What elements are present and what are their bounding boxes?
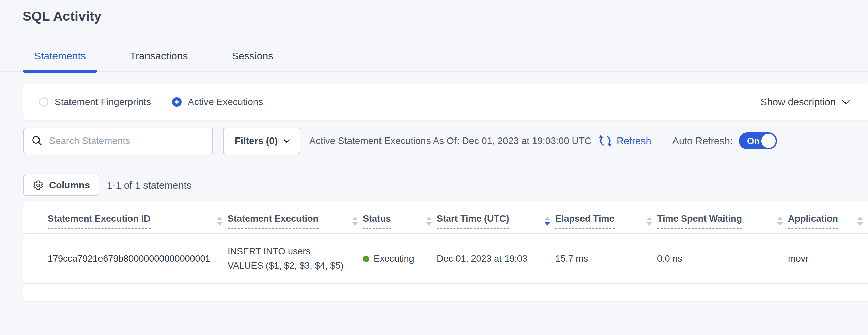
column-header-statement-execution-id[interactable]: Statement Execution ID xyxy=(48,214,228,233)
as-of-text: Active Statement Executions As Of: Dec 0… xyxy=(309,135,591,146)
search-icon xyxy=(31,135,43,147)
sort-arrows-desc-icon[interactable] xyxy=(544,217,551,226)
page-title: SQL Activity xyxy=(22,9,102,24)
table-toolbar: Columns 1-1 of 1 statements xyxy=(23,175,191,196)
sort-arrows-icon[interactable] xyxy=(426,217,432,226)
table-header-row: Statement Execution ID Statement Executi… xyxy=(23,201,868,234)
cell-execution-id[interactable]: 179cca7921e679b80000000000000001 xyxy=(48,253,228,264)
refresh-label: Refresh xyxy=(617,135,651,147)
chevron-down-icon xyxy=(283,136,290,143)
column-header-time-spent-waiting[interactable]: Time Spent Waiting xyxy=(657,214,788,233)
column-header-elapsed-time[interactable]: Elapsed Time xyxy=(555,214,657,233)
sort-arrows-icon[interactable] xyxy=(777,217,783,226)
columns-button[interactable]: Columns xyxy=(23,175,99,196)
controls-row: Filters (0) Active Statement Executions … xyxy=(23,128,868,154)
tab-transactions[interactable]: Transactions xyxy=(119,50,199,71)
auto-refresh-toggle[interactable]: On xyxy=(739,132,777,149)
radio-circle-icon[interactable] xyxy=(39,97,48,107)
show-description-toggle[interactable]: Show description xyxy=(760,84,849,120)
status-executing-dot-icon xyxy=(363,256,369,262)
cell-status: Executing xyxy=(363,253,437,264)
refresh-button[interactable]: Refresh xyxy=(598,134,651,148)
result-count: 1-1 of 1 statements xyxy=(107,180,191,191)
column-header-status[interactable]: Status xyxy=(363,214,437,233)
radio-label: Active Executions xyxy=(188,97,263,107)
sort-arrows-icon[interactable] xyxy=(217,217,223,226)
search-box[interactable] xyxy=(23,128,213,154)
filters-button[interactable]: Filters (0) xyxy=(223,128,300,154)
refresh-icon xyxy=(598,134,613,148)
statements-table-card: Statement Execution ID Statement Executi… xyxy=(23,201,868,301)
gear-icon xyxy=(33,180,44,191)
radio-circle-selected-icon[interactable] xyxy=(172,97,182,107)
cell-time-spent-waiting: 0.0 ns xyxy=(657,253,788,264)
column-header-application[interactable]: Application xyxy=(788,214,868,233)
toggle-state-label: On xyxy=(747,136,759,146)
chevron-down-icon xyxy=(842,97,850,105)
tab-bar: Statements Transactions Sessions xyxy=(0,47,868,72)
show-description-label: Show description xyxy=(760,97,836,108)
search-input[interactable] xyxy=(49,135,205,146)
sort-arrows-icon[interactable] xyxy=(352,217,358,226)
sort-arrows-icon[interactable] xyxy=(646,217,652,226)
column-header-statement-execution[interactable]: Statement Execution xyxy=(228,214,363,233)
sql-activity-page: SQL Activity Statements Transactions Ses… xyxy=(0,0,868,335)
filters-label: Filters (0) xyxy=(235,135,278,146)
vertical-divider xyxy=(662,130,662,152)
columns-label: Columns xyxy=(49,180,90,191)
table-row[interactable]: 179cca7921e679b80000000000000001 INSERT … xyxy=(23,234,868,284)
radio-active-executions[interactable]: Active Executions xyxy=(172,97,263,107)
radio-statement-fingerprints[interactable]: Statement Fingerprints xyxy=(39,97,151,107)
sort-arrows-icon[interactable] xyxy=(857,217,863,226)
cell-application: movr xyxy=(788,253,868,264)
cell-statement[interactable]: INSERT INTO users VALUES ($1, $2, $3, $4… xyxy=(228,245,363,273)
cell-start-time: Dec 01, 2023 at 19:03 xyxy=(437,253,555,264)
radio-label: Statement Fingerprints xyxy=(55,97,151,107)
view-mode-card: Statement Fingerprints Active Executions… xyxy=(23,84,868,120)
auto-refresh-label: Auto Refresh: xyxy=(672,135,733,147)
toggle-knob[interactable] xyxy=(761,134,776,148)
status-label: Executing xyxy=(374,253,414,264)
column-header-start-time[interactable]: Start Time (UTC) xyxy=(437,214,555,233)
cell-elapsed-time: 15.7 ms xyxy=(555,253,657,264)
tab-sessions[interactable]: Sessions xyxy=(220,50,284,71)
tab-statements[interactable]: Statements xyxy=(23,50,97,71)
